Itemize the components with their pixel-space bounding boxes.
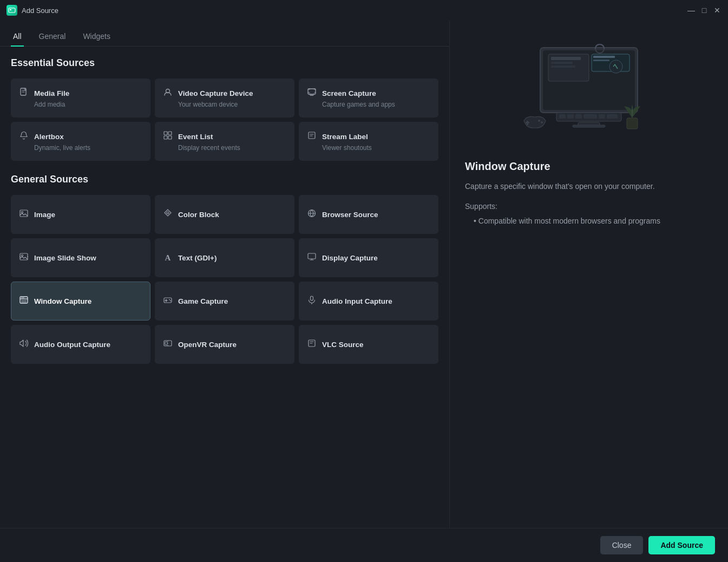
detail-supports-label: Supports: — [465, 202, 713, 211]
text-gdi-icon: A — [163, 253, 173, 263]
tab-all[interactable]: All — [11, 27, 24, 46]
main-layout: All General Widgets Essential Sources — [0, 21, 728, 528]
svg-rect-9 — [309, 132, 315, 139]
source-card-stream-label[interactable]: Stream Label Viewer shoutouts — [299, 122, 438, 161]
minimize-button[interactable]: — — [687, 6, 696, 15]
audio-input-name: Audio Input Capture — [322, 297, 392, 305]
maximize-button[interactable]: □ — [700, 6, 709, 15]
source-card-image[interactable]: Image — [11, 195, 150, 234]
source-card-game-capture[interactable]: Game Capture — [155, 282, 294, 321]
svg-point-47 — [538, 120, 540, 122]
svg-point-15 — [22, 255, 23, 257]
color-block-name: Color Block — [178, 211, 219, 219]
bullet-dot: • — [474, 217, 478, 225]
stream-label-icon — [307, 131, 317, 142]
source-card-display-capture[interactable]: Display Capture — [299, 238, 438, 277]
source-card-window-capture[interactable]: Window Capture — [11, 282, 150, 321]
display-capture-icon — [307, 252, 317, 263]
svg-rect-6 — [168, 132, 172, 135]
source-card-event-list[interactable]: Event List Display recent events — [155, 122, 294, 161]
svg-rect-29 — [551, 57, 581, 60]
image-slide-show-name: Image Slide Show — [34, 254, 96, 262]
right-panel: Window Capture Capture a specific window… — [449, 21, 728, 528]
svg-rect-8 — [168, 136, 172, 139]
game-capture-name: Game Capture — [178, 297, 228, 305]
svg-rect-0 — [9, 8, 15, 12]
game-capture-icon — [163, 296, 173, 306]
svg-rect-40 — [583, 114, 597, 119]
vlc-source-name: VLC Source — [322, 341, 364, 349]
tab-widgets[interactable]: Widgets — [81, 27, 113, 46]
svg-rect-10 — [20, 210, 28, 217]
window-capture-name: Window Capture — [34, 297, 91, 305]
svg-point-21 — [170, 300, 171, 302]
media-file-icon — [19, 88, 29, 99]
audio-output-name: Audio Output Capture — [34, 341, 110, 349]
content-area[interactable]: Essential Sources Media File — [0, 47, 449, 528]
display-capture-name: Display Capture — [322, 254, 378, 262]
video-capture-desc: Your webcam device — [163, 101, 286, 108]
source-card-text-gdi[interactable]: A Text (GDI+) — [155, 238, 294, 277]
svg-rect-46 — [526, 122, 529, 123]
source-card-media-file[interactable]: Media File Add media — [11, 79, 150, 117]
tabs: All General Widgets — [0, 21, 449, 47]
svg-rect-24 — [165, 342, 167, 345]
browser-source-name: Browser Source — [322, 211, 378, 219]
svg-rect-7 — [164, 136, 167, 139]
svg-rect-39 — [575, 114, 582, 119]
detail-desc: Capture a specific window that's open on… — [465, 180, 713, 192]
video-capture-name: Video Capture Device — [178, 89, 253, 97]
image-icon — [19, 209, 29, 220]
svg-rect-14 — [20, 253, 28, 260]
close-window-button[interactable]: ✕ — [713, 6, 722, 15]
svg-rect-30 — [551, 62, 573, 64]
general-sources-section: General Sources Image — [11, 174, 438, 364]
close-button[interactable]: Close — [600, 536, 644, 554]
stream-label-name: Stream Label — [322, 133, 368, 141]
event-list-desc: Display recent events — [163, 144, 286, 152]
svg-rect-31 — [551, 66, 575, 68]
alertbox-name: Alertbox — [34, 133, 64, 141]
general-sources-title: General Sources — [11, 174, 438, 185]
vlc-source-icon — [307, 339, 317, 350]
svg-rect-5 — [164, 132, 167, 135]
browser-source-icon — [307, 209, 317, 220]
source-card-image-slide-show[interactable]: Image Slide Show — [11, 238, 150, 277]
svg-point-20 — [169, 299, 170, 300]
alertbox-desc: Dynamic, live alerts — [19, 144, 142, 152]
openvr-name: OpenVR Capture — [178, 341, 237, 349]
event-list-icon — [163, 131, 173, 142]
essential-sources-title: Essential Sources — [11, 57, 438, 69]
screen-capture-name: Screen Capture — [322, 89, 376, 97]
source-card-color-block[interactable]: Color Block — [155, 195, 294, 234]
source-card-video-capture[interactable]: Video Capture Device Your webcam device — [155, 79, 294, 117]
detail-title: Window Capture — [465, 160, 713, 173]
source-card-vlc-source[interactable]: VLC Source — [299, 325, 438, 364]
source-card-audio-input[interactable]: Audio Input Capture — [299, 282, 438, 321]
svg-point-48 — [541, 121, 543, 123]
image-name: Image — [34, 211, 55, 219]
svg-rect-18 — [21, 300, 27, 303]
preview-illustration — [508, 37, 670, 147]
svg-rect-37 — [559, 114, 566, 119]
source-card-screen-capture[interactable]: Screen Capture Capture games and apps — [299, 79, 438, 117]
tab-general[interactable]: General — [37, 27, 68, 46]
event-list-name: Event List — [178, 133, 213, 141]
general-sources-grid: Image Color Block — [11, 195, 438, 364]
source-card-openvr[interactable]: OpenVR Capture — [155, 325, 294, 364]
svg-rect-22 — [311, 296, 313, 300]
svg-rect-41 — [599, 114, 605, 119]
source-card-alertbox[interactable]: Alertbox Dynamic, live alerts — [11, 122, 150, 161]
text-gdi-name: Text (GDI+) — [178, 254, 217, 262]
add-source-button[interactable]: Add Source — [648, 536, 715, 554]
color-block-icon — [163, 209, 173, 220]
svg-rect-34 — [593, 60, 609, 61]
svg-rect-38 — [567, 114, 574, 119]
svg-rect-49 — [627, 118, 638, 129]
stream-label-desc: Viewer shoutouts — [307, 144, 430, 152]
app-icon — [6, 5, 17, 16]
source-card-browser-source[interactable]: Browser Source — [299, 195, 438, 234]
alertbox-icon — [19, 131, 29, 142]
source-card-audio-output[interactable]: Audio Output Capture — [11, 325, 150, 364]
media-file-name: Media File — [34, 89, 69, 97]
